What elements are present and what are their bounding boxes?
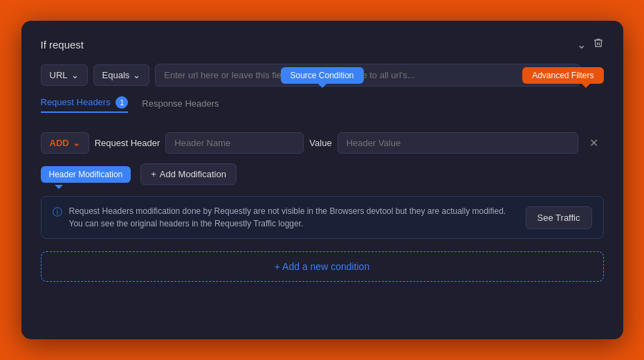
add-modification-button[interactable]: + Add Modification: [140, 163, 237, 185]
advanced-filters-tooltip: Advanced Filters: [522, 67, 603, 84]
source-condition-tooltip: Source Condition: [280, 67, 363, 84]
main-container: If request ⌄ URL ⌄ Equals ⌄: [21, 21, 623, 339]
header-name-input[interactable]: [165, 132, 304, 154]
header-value-input[interactable]: [338, 132, 578, 154]
header-actions: ⌄: [577, 37, 604, 51]
trash-icon[interactable]: [593, 37, 604, 51]
if-request-header: If request ⌄: [41, 37, 604, 51]
remove-row-button[interactable]: ✕: [584, 134, 604, 152]
add-condition-button[interactable]: + Add a new condition: [41, 251, 604, 282]
url-input[interactable]: [155, 64, 580, 87]
chevron-down-icon: ⌄: [133, 70, 140, 80]
tab-response-headers[interactable]: Response Headers: [142, 98, 219, 111]
request-header-label: Request Header: [95, 138, 160, 148]
request-headers-badge: 1: [116, 96, 128, 109]
tabs-left: Request Headers 1 Response Headers: [41, 96, 219, 113]
info-icon: ⓘ: [53, 206, 62, 219]
see-traffic-button[interactable]: See Traffic: [526, 206, 592, 229]
chevron-down-icon: ⌄: [71, 70, 79, 80]
url-dropdown[interactable]: URL ⌄: [41, 64, 88, 86]
tabs-section: Source Condition Advanced Filters Reques…: [41, 96, 604, 113]
if-request-label: If request: [41, 39, 84, 51]
chevron-down-icon[interactable]: ⌄: [577, 38, 586, 51]
add-dropdown-button[interactable]: ADD ⌄: [41, 132, 89, 154]
header-modification-tooltip: Header Modification: [41, 166, 131, 183]
info-box: ⓘ Request Headers modification done by R…: [41, 196, 604, 239]
tabs-row: Request Headers 1 Response Headers: [41, 96, 604, 113]
modification-row: ADD ⌄ Request Header Value ✕: [41, 132, 604, 154]
chevron-down-icon: ⌄: [73, 138, 80, 148]
info-text: Request Headers modification done by Req…: [69, 205, 506, 230]
info-content: ⓘ Request Headers modification done by R…: [53, 205, 517, 230]
value-label: Value: [309, 138, 331, 148]
equals-dropdown[interactable]: Equals ⌄: [93, 64, 150, 86]
add-modification-area: Header Modification + Add Modification: [41, 163, 604, 185]
tab-request-headers[interactable]: Request Headers 1: [41, 96, 129, 113]
